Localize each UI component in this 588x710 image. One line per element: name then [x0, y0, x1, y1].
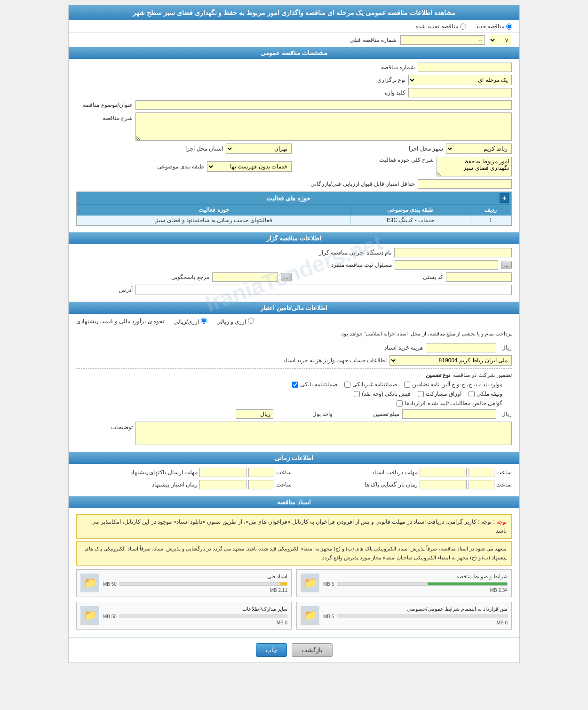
send-offers-time-input[interactable]: 14:00 [248, 468, 274, 477]
new-tender-radio[interactable]: مناقصه جدید [476, 23, 512, 30]
open-offers-time-label: ساعت [496, 481, 512, 488]
executor-label: نام دستگاه اجرایی مناقصه گزار [319, 249, 391, 256]
guarantee-label: تضمین شرکت در مناقصه [453, 372, 512, 378]
send-offers-time-label: ساعت [276, 469, 292, 476]
section-general-header: مشخصات مناقصه عمومی [69, 47, 519, 59]
subject-label: عنوان/موضوع مناقصه [76, 102, 133, 108]
type-label: نوع برگزاری [349, 77, 405, 83]
table-row: 1 خدمات - کدینگ ISIC فعالیتهای خدمت رسان… [77, 215, 511, 225]
guarantee-bank-checkbox[interactable] [292, 382, 298, 388]
file-upload-contract[interactable]: متن قرارداد به انضمام شرایط عمومی/خصوصی … [296, 602, 512, 630]
subject-input[interactable]: مناقصه عمومی یک مرحله ای مناقصه واگذاری … [135, 100, 512, 110]
purchase-cost-input[interactable]: 6,000,000 [426, 343, 496, 352]
guarantee-unit-label: واحد پول [276, 411, 333, 417]
guarantee-insurance-checkbox[interactable] [344, 382, 350, 388]
prev-tender-select[interactable]: v [489, 35, 512, 45]
docs-notice: توجه : توجه : کاربر گرامی، دریافت اسناد … [76, 514, 512, 539]
guarantee-unit-value: ریال [501, 411, 512, 417]
estimate-label: نحوه ی برآورد مالی و قیمت پیشنهادی [76, 318, 164, 325]
province-select[interactable]: تهران [226, 144, 292, 154]
file-label-terms: شرایط و ضوابط مناقصه [323, 574, 508, 580]
activity-table: ردیف طبقه بندی موضوعی حوزه فعالیت 1 خدما… [77, 204, 511, 225]
prev-tender-label: شماره مناقصه قبلی [340, 37, 397, 43]
guarantee-insurance-label: ضمانتنامه غیربانکی [352, 381, 397, 388]
responsible-label: مسئول ثبت مناقصه منفرد [331, 262, 392, 268]
guarantee-tax-label: گواهی خالص مطالبات تایید شده قراردادها [405, 400, 502, 407]
responsible-input[interactable]: محمدرضا کریمی منفرد [395, 260, 498, 270]
tender-number-input[interactable]: 2003095377000043 [418, 63, 512, 72]
file-upload-other[interactable]: سایر مدارک/اطلاعات 50 MB 0 MB 📁 [76, 602, 292, 630]
payment-note: پرداخت تمام و یا بخشی از مبلغ مناقصه، از… [76, 331, 512, 337]
reference-dots-btn[interactable]: ... [281, 273, 292, 281]
file-upload-technical[interactable]: اسناد فنی 50 MB 2.11 MB 📁 [76, 569, 292, 597]
prev-tender-number-input[interactable] [400, 35, 485, 45]
receive-docs-date-input[interactable]: 1403/08/24 [420, 468, 467, 477]
financial-desc-textarea[interactable] [135, 422, 512, 445]
bank-info-select[interactable]: ملی ایران رباط کریم 819004 [389, 355, 512, 366]
file-upload-terms[interactable]: شرایط و ضوابط مناقصه 5 MB 2.34 MB 📁 [296, 569, 512, 597]
print-button[interactable]: چاپ [256, 643, 287, 657]
keyword-input[interactable] [408, 88, 512, 97]
docs-note: متعهد می شود در اسناد مناقصه، صرفاً پذیر… [76, 541, 512, 565]
responsible-dots-btn[interactable]: ... [501, 261, 512, 269]
city-select[interactable]: رباط کریم [446, 144, 512, 154]
bank-info-label: اطلاعات حساب جهت واریز هزینه خرید اسناد [283, 357, 387, 364]
executor-input[interactable]: شهرداری رباط کریم [394, 248, 512, 257]
activity-table-title: حوزه های فعالیت [79, 195, 498, 202]
open-offers-label: زمان باز گشایی پاک ها [361, 481, 418, 488]
guarantee-tax-checkbox[interactable] [397, 400, 403, 407]
postal-input[interactable]: 3761953198 [446, 272, 512, 282]
open-offers-time-input[interactable]: 10:00 [469, 480, 494, 489]
purchase-cost-label: هزینه خرید اسناد [366, 344, 423, 351]
guarantee-provisions-label: موارد بند ب، ج، ح و خ آئین نامه تضامین [412, 381, 502, 388]
financial-desc-label: توضیحات [76, 424, 133, 431]
guarantee-unit-input[interactable] [236, 409, 273, 419]
description-textarea[interactable] [135, 112, 512, 141]
type-select[interactable]: یک مرحله ای [408, 75, 512, 85]
page-title: مشاهده اطلاعات مناقصه عمومی یک مرحله ای … [69, 5, 519, 20]
guarantee-provisions-checkbox[interactable] [404, 382, 410, 388]
validity-date-input[interactable]: 1403/12/07 [199, 480, 246, 489]
file-label-technical: اسناد فنی [103, 574, 287, 580]
open-offers-date-input[interactable]: 1403/09/07 [420, 480, 467, 489]
add-activity-btn[interactable]: + [500, 193, 509, 203]
min-score-input[interactable] [418, 179, 512, 189]
currency-radio[interactable]: ارزی و ریالی [216, 318, 254, 325]
back-button[interactable]: بازگشت [292, 643, 333, 657]
validity-time-label: ساعت [276, 481, 292, 488]
receive-docs-time-input[interactable]: 14:00 [469, 468, 494, 477]
subject-category-select[interactable]: خدمات بدون فهرست بها [207, 161, 292, 172]
guarantee-securities-checkbox[interactable] [418, 391, 424, 397]
section-docs-header: اسناد مناقصه [69, 496, 519, 508]
file-icon-technical: 📁 [80, 574, 99, 592]
reference-input[interactable] [212, 272, 278, 282]
section-timing-header: اطلاعات زمانی [69, 452, 519, 464]
description-label: شرح مناقصه [76, 115, 133, 121]
file-icon-terms: 📁 [301, 574, 319, 592]
file-label-other: سایر مدارک/اطلاعات [103, 606, 287, 612]
city-label: شهر محل اجرا [387, 145, 443, 152]
activity-desc-textarea[interactable]: امور مربوط به حفظ نگهداری فضای سبز [437, 157, 512, 176]
file-label-contract: متن قرارداد به انضمام شرایط عمومی/خصوصی [323, 606, 508, 612]
validity-time-input[interactable]: 14:00 [248, 480, 274, 489]
send-offers-label: مهلت ارسال باکتهای پیشنهاد [130, 469, 198, 476]
file-icon-other: 📁 [80, 606, 99, 625]
min-score-label: حداقل امتیاز قابل قبول ارزیابی فنی/بازرگ… [310, 181, 415, 187]
col-activity: حوزه فعالیت [77, 205, 351, 215]
guarantee-securities-label: اوراق مشارکت [426, 391, 461, 397]
guarantee-amount-input[interactable]: 61,182,835,014 [402, 409, 496, 419]
reference-label: مرجع پاسخگویی [153, 274, 209, 280]
guarantee-property-label: وثیقه ملکی [477, 391, 502, 397]
currency-unit: ریال [501, 344, 512, 351]
send-offers-date-input[interactable]: 1403/09/06 [199, 468, 246, 477]
address-label: آدرس [76, 287, 133, 293]
file-icon-contract: 📁 [301, 606, 319, 625]
address-input[interactable]: رباط کریم-بلوار امام خمینی (ره) [135, 285, 512, 295]
renewed-tender-radio[interactable]: مناقصه تجدید شده [415, 23, 466, 30]
rial-radio[interactable]: ارزی/ریالی [174, 318, 207, 325]
guarantee-cash-checkbox[interactable] [354, 391, 360, 397]
guarantee-bank-label: ضمانتنامه بانکی [300, 381, 337, 388]
guarantee-property-checkbox[interactable] [469, 391, 475, 397]
guarantee-amount-label: مبلغ تضمین [343, 411, 399, 417]
col-row: ردیف [470, 205, 511, 215]
